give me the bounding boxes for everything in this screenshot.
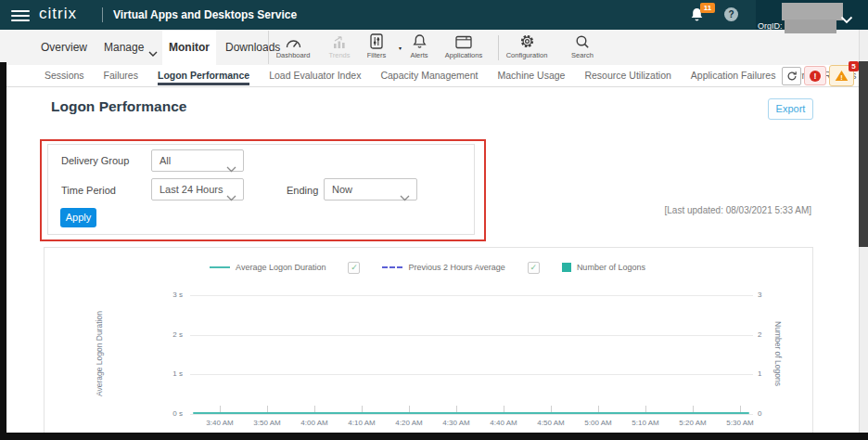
applications-icon [438, 33, 490, 49]
subnav-tab-load-evaluator-index[interactable]: Load Evaluator Index [269, 65, 361, 86]
x-axis-label: 4:40 AM [480, 419, 527, 427]
left-axis-title: Average Logon Duration [95, 311, 104, 396]
dashboard-icon [267, 33, 319, 49]
account-chevron-down-icon[interactable] [840, 11, 853, 28]
ending-label: Ending [287, 185, 318, 196]
legend-label: Average Logon Duration [236, 263, 326, 272]
last-updated-text: [Last updated: 08/03/2021 5:33 AM] [594, 205, 811, 215]
page-title: Logon Performance [51, 98, 186, 115]
subnav-tab-machine-usage[interactable]: Machine Usage [497, 65, 565, 86]
x-axis-label: 4:20 AM [386, 419, 432, 427]
right-axis-tick-label: 3 [758, 291, 776, 299]
svg-text:!: ! [840, 73, 842, 82]
error-alert-button[interactable]: ! [804, 66, 826, 85]
export-button[interactable]: Export [768, 98, 813, 120]
left-axis-tick-label: 3 s [148, 291, 183, 299]
right-axis-title: Number of Logons [773, 321, 783, 386]
nav-item-monitor[interactable]: Monitor [162, 30, 216, 65]
subnav-tab-sessions[interactable]: Sessions [45, 65, 84, 86]
warning-count-badge: 5 [849, 61, 859, 71]
dashboard-button[interactable]: Dashboard [267, 33, 319, 63]
brand-divider [102, 7, 103, 22]
subnav-tab-application-failures[interactable]: Application Failures [691, 65, 776, 86]
x-axis-label: 3:50 AM [244, 419, 290, 427]
chart-legend: Average Logon Duration Previous 2 Hours … [44, 261, 811, 274]
product-title: Virtual Apps and Desktops Service [113, 8, 297, 21]
legend-item-number-of-logons: Number of Logons [562, 263, 645, 272]
subnav-tab-logon-performance[interactable]: Logon Performance [158, 65, 249, 86]
left-axis-tick-label: 2 s [148, 330, 183, 339]
x-axis-label: 5:10 AM [622, 419, 669, 427]
manage-chevron-down-icon[interactable] [148, 45, 158, 61]
subnav-tab-resource-utilization[interactable]: Resource Utilization [584, 65, 670, 86]
error-icon: ! [810, 71, 821, 82]
citrix-logo: citrix [39, 5, 77, 23]
x-axis-label: 5:00 AM [575, 419, 621, 427]
ending-select[interactable]: Now [324, 178, 417, 201]
x-axis-label: 5:30 AM [717, 419, 763, 427]
screenshot-border-left [0, 62, 6, 433]
subnav-tab-failures[interactable]: Failures [104, 65, 138, 86]
left-axis-tick-label: 0 s [148, 409, 183, 418]
nav-divider [498, 35, 499, 60]
screenshot-border-bottom [0, 433, 868, 440]
x-axis-label: 4:00 AM [291, 419, 338, 427]
legend-dashed-line-marker [382, 266, 402, 268]
x-axis-label: 3:40 AM [197, 419, 243, 427]
chevron-down-icon [400, 188, 410, 208]
configuration-button[interactable]: Configuration [501, 33, 553, 63]
legend-item-previous-2-hours-average: Previous 2 Hours Average [382, 263, 504, 272]
redacted-username [782, 3, 843, 20]
chart-panel [44, 247, 813, 434]
subtab-list: SessionsFailuresLogon PerformanceLoad Ev… [45, 65, 868, 86]
warning-triangle-icon: ! [835, 70, 849, 82]
legend-square-marker [562, 263, 571, 272]
hamburger-menu-icon[interactable] [11, 7, 30, 22]
warning-alert-button[interactable]: ! 5 [829, 65, 854, 86]
search-button[interactable]: Search [556, 33, 608, 63]
nav-item-manage[interactable]: Manage [104, 30, 144, 65]
legend-label: Previous 2 Hours Average [408, 263, 504, 272]
refresh-icon [786, 71, 798, 82]
app-root: citrix Virtual Apps and Desktops Service… [0, 0, 868, 440]
scrollbar-thumb[interactable] [859, 61, 868, 247]
gridline [190, 335, 753, 336]
x-axis-label: 4:30 AM [433, 419, 479, 427]
ending-value: Now [332, 184, 352, 195]
redacted-org-id [785, 19, 836, 33]
avg-logon-duration-series-line [193, 412, 749, 414]
sub-nav-bar: SessionsFailuresLogon PerformanceLoad Ev… [0, 65, 868, 87]
subnav-tab-capacity-management[interactable]: Capacity Management [380, 65, 478, 86]
delivery-group-label: Delivery Group [61, 155, 129, 166]
applications-button[interactable]: Applications [438, 33, 490, 63]
left-axis-tick-label: 1 s [148, 369, 183, 378]
help-icon[interactable]: ? [724, 7, 738, 21]
nav-item-overview[interactable]: Overview [41, 30, 87, 65]
apply-button[interactable]: Apply [60, 208, 96, 227]
gridline [190, 295, 753, 296]
x-axis-label: 4:10 AM [338, 419, 385, 427]
search-icon [556, 33, 608, 49]
chevron-down-icon [226, 159, 236, 179]
previous-2-hours-average-checkbox[interactable] [528, 262, 540, 274]
x-axis-label: 4:50 AM [528, 419, 574, 427]
avg-logon-duration-checkbox[interactable] [348, 262, 360, 274]
legend-label: Number of Logons [577, 263, 645, 272]
refresh-button[interactable] [782, 67, 801, 85]
notification-count-badge: 11 [700, 3, 715, 13]
delivery-group-select[interactable]: All [151, 149, 244, 172]
legend-line-marker [210, 266, 230, 268]
right-axis-tick-label: 0 [758, 409, 776, 418]
legend-item-avg-logon-duration: Average Logon Duration [210, 263, 326, 272]
x-axis-label: 5:20 AM [670, 419, 716, 427]
gridline [190, 374, 753, 375]
time-period-label: Time Period [61, 185, 116, 196]
chevron-down-icon [226, 188, 236, 208]
gear-icon [501, 33, 553, 49]
time-period-select[interactable]: Last 24 Hours [151, 178, 244, 201]
time-period-value: Last 24 Hours [160, 184, 223, 195]
delivery-group-value: All [160, 155, 171, 166]
